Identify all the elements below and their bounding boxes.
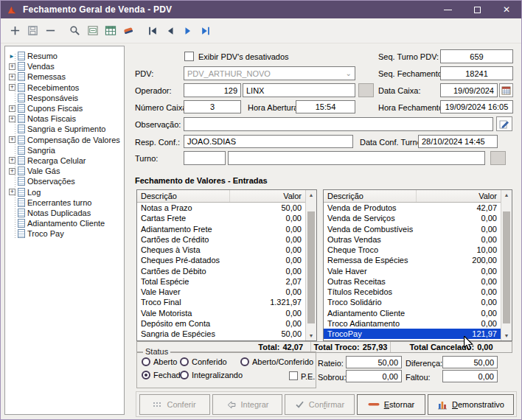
integrar-button[interactable]: Integrar [212, 394, 282, 415]
table-row[interactable]: Troco Solidário0,00 [324, 297, 501, 307]
minimize-button[interactable] [433, 1, 462, 18]
column-header-valor[interactable]: Valor [230, 190, 305, 202]
table-row[interactable]: Outras Vendas0,00 [324, 234, 501, 245]
faltou-field[interactable]: 0,00 [442, 370, 498, 382]
sidebar-item[interactable]: +Notas Fiscais [5, 113, 124, 124]
table-row[interactable]: Adiantamento Cliente0,00 [324, 308, 501, 318]
status-radio-integralizando[interactable]: Integralizando [180, 371, 243, 379]
status-radio-aberto-conferido[interactable]: Aberto/Conferido [240, 357, 313, 366]
sidebar-item[interactable]: Sangria [5, 145, 124, 155]
table-row[interactable]: Venda de Serviços0,00 [324, 213, 501, 223]
operador-name-field[interactable]: LINX [243, 83, 355, 97]
data-conf-turno-field[interactable]: 28/10/2024 14:45 [418, 135, 498, 148]
close-button[interactable]: ✕ [492, 1, 521, 18]
expand-plus-icon[interactable]: + [9, 84, 15, 91]
table-row[interactable]: Cartões de Crédito0,00 [137, 234, 305, 245]
sidebar-item[interactable]: +Vendas [5, 61, 124, 71]
add-icon[interactable] [9, 24, 21, 37]
show-disabled-pdv-checkbox[interactable] [184, 52, 194, 61]
expand-plus-icon[interactable]: + [9, 74, 15, 80]
scrollbar-thumb[interactable] [307, 211, 315, 323]
scroll-down-icon[interactable]: ▼ [306, 331, 316, 340]
grid-icon[interactable] [104, 24, 116, 37]
expand-plus-icon[interactable]: + [9, 157, 15, 164]
nav-last-icon[interactable] [199, 24, 212, 37]
resp-conf-field[interactable]: JOAO.SDIAS [184, 135, 353, 148]
turno-description-field[interactable] [228, 151, 485, 165]
expand-plus-icon[interactable]: + [9, 136, 15, 143]
left-table-scrollbar[interactable]: ▲ ▼ [305, 190, 316, 340]
table-row[interactable]: Outras Receitas0,00 [324, 276, 501, 287]
sidebar-item[interactable]: Observações [5, 176, 124, 186]
remove-icon[interactable] [44, 24, 57, 37]
table-row[interactable]: Cartões de Débito0,00 [137, 266, 305, 276]
eraser-icon[interactable] [122, 24, 134, 37]
table-row[interactable]: Venda de Combustíveis0,00 [324, 224, 501, 234]
sidebar-item[interactable]: +Log [5, 186, 124, 197]
table-row[interactable]: Vale Motorista0,00 [137, 308, 305, 318]
column-header-descricao[interactable]: Descrição [137, 190, 230, 202]
nav-next-icon[interactable] [181, 24, 194, 37]
scroll-up-icon[interactable]: ▲ [306, 190, 316, 200]
column-header-descricao[interactable]: Descrição [324, 190, 417, 202]
rateio-field[interactable]: 50,00 [346, 356, 402, 368]
seq-turno-field[interactable]: 659 [440, 49, 513, 63]
sidebar-item[interactable]: Encerrantes turno [5, 197, 124, 208]
search-icon[interactable] [69, 24, 81, 37]
table-row[interactable]: Notas a Prazo50,00 [137, 203, 305, 213]
sidebar-item[interactable]: +Recebimentos [5, 83, 124, 93]
sidebar-item[interactable]: +Recarga Celular [5, 155, 124, 166]
edit-observacao-button[interactable] [496, 116, 512, 131]
sidebar-item[interactable]: +Cupons Fiscais [5, 103, 124, 113]
table-row[interactable]: Cheque Troco10,00 [324, 245, 501, 255]
operador-lookup-button[interactable] [358, 83, 374, 97]
maximize-button[interactable] [462, 1, 492, 18]
confirmar-button[interactable]: Confirmar [285, 394, 355, 415]
column-header-valor[interactable]: Valor [417, 190, 501, 202]
scroll-up-icon[interactable]: ▲ [501, 190, 512, 200]
data-caixa-field[interactable]: 19/09/2024 [440, 83, 498, 97]
observacao-field[interactable] [184, 117, 493, 131]
right-table-scrollbar[interactable]: ▲ ▼ [501, 190, 512, 340]
diferenca-field[interactable]: 50,00 [442, 356, 498, 368]
status-radio-aberto[interactable]: Aberto [142, 357, 177, 366]
pdv-select[interactable]: PDV_ARTHUR_NOVO ⌄ [184, 66, 355, 80]
table-row[interactable]: Troco Adiantamento0,00 [324, 318, 501, 329]
expand-plus-icon[interactable]: + [9, 63, 15, 70]
table-row[interactable]: Cartas Frete0,00 [137, 213, 305, 223]
report-icon[interactable] [86, 24, 99, 37]
table-row[interactable]: Vale Haver0,00 [137, 287, 305, 297]
table-row[interactable]: Cheques à Vista0,00 [137, 245, 305, 255]
estornar-button[interactable]: Estornar [357, 394, 425, 415]
calendar-button[interactable] [499, 83, 513, 97]
sobrou-field[interactable]: 0,00 [346, 370, 402, 382]
table-row[interactable]: Remessa de Espécies200,00 [324, 255, 501, 265]
scrollbar-thumb[interactable] [503, 211, 510, 323]
table-row[interactable]: Venda de Produtos42,07 [324, 203, 501, 213]
table-row[interactable]: Cheques Pré-datados0,00 [137, 255, 305, 265]
pe-checkbox[interactable] [289, 371, 298, 380]
save-icon[interactable] [27, 24, 39, 37]
table-row[interactable]: Total Espécie2,07 [137, 276, 305, 287]
turno-lookup-button[interactable] [490, 151, 506, 165]
scroll-down-icon[interactable]: ▼ [501, 331, 512, 340]
table-row[interactable]: Adiantamento Frete0,00 [137, 224, 305, 234]
sidebar-item[interactable]: +Compensação de Valores [5, 135, 124, 145]
sidebar-item[interactable]: Sangria e Suprimento [5, 124, 124, 134]
expand-plus-icon[interactable]: + [9, 168, 15, 175]
operador-code-field[interactable]: 129 [184, 83, 241, 97]
sidebar-item[interactable]: ►Resumo [5, 51, 124, 61]
expand-plus-icon[interactable]: + [9, 116, 15, 122]
hora-fechamento-field[interactable]: 19/09/2024 16:05 [440, 100, 513, 113]
sidebar-item[interactable]: +Vale Gás [5, 166, 124, 176]
table-row[interactable]: Sangria de Espécies50,00 [137, 329, 305, 339]
sidebar-item[interactable]: Responsáveis [5, 93, 124, 103]
status-radio-fechado[interactable]: Fechado [142, 371, 185, 379]
table-row[interactable]: Títulos Recebidos0,00 [324, 287, 501, 297]
seq-fechamento-field[interactable]: 18241 [440, 66, 513, 80]
demonstrativo-button[interactable]: Demonstrativo [428, 394, 514, 415]
turno-code-field[interactable] [184, 151, 226, 165]
hora-abertura-field[interactable]: 15:54 [296, 100, 355, 113]
nav-first-icon[interactable] [146, 24, 159, 37]
status-radio-conferido[interactable]: Conferido [180, 357, 227, 366]
